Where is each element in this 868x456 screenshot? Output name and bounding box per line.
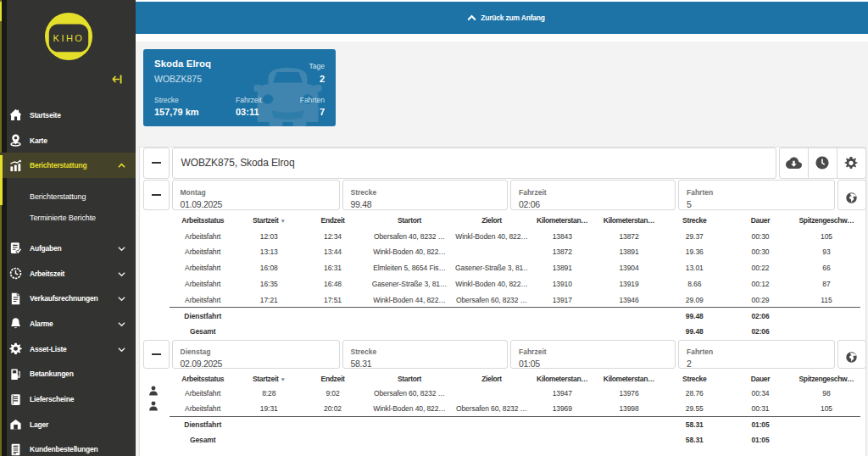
svg-text:KIHO: KIHO — [53, 33, 85, 43]
